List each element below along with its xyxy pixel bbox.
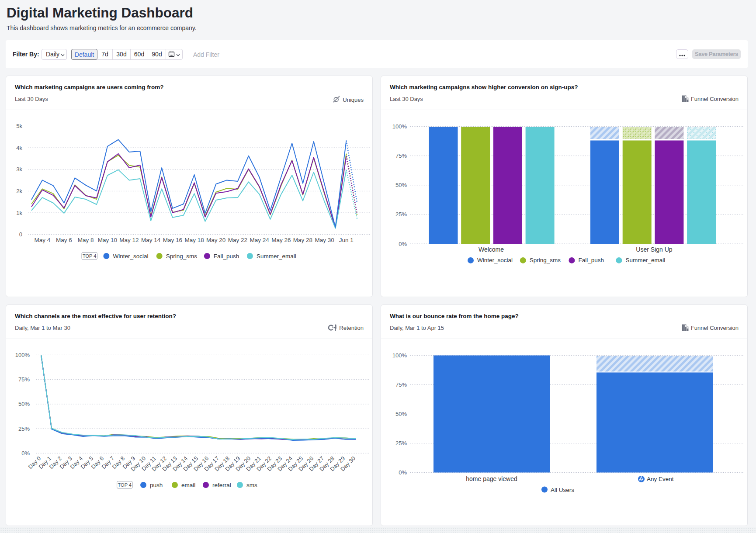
svg-text:Fall_push: Fall_push	[578, 257, 604, 263]
svg-text:Winter_social: Winter_social	[113, 253, 148, 260]
svg-text:Jun 1: Jun 1	[339, 237, 354, 243]
svg-text:push: push	[150, 482, 163, 488]
svg-text:May 10: May 10	[98, 237, 117, 243]
svg-text:5k: 5k	[16, 123, 22, 129]
svg-text:75%: 75%	[395, 381, 407, 388]
svg-text:25%: 25%	[395, 440, 407, 446]
svg-text:TOP 4: TOP 4	[118, 482, 132, 488]
svg-text:May 22: May 22	[228, 237, 247, 243]
svg-text:0%: 0%	[399, 469, 407, 476]
svg-text:May 30: May 30	[315, 237, 334, 243]
svg-text:75%: 75%	[395, 152, 407, 159]
svg-text:Summer_email: Summer_email	[625, 257, 665, 263]
svg-text:referral: referral	[212, 482, 231, 488]
svg-text:May 28: May 28	[293, 237, 312, 243]
svg-text:Welcome: Welcome	[479, 246, 504, 253]
svg-text:May 26: May 26	[271, 237, 291, 243]
svg-text:25%: 25%	[18, 426, 30, 432]
svg-text:Spring_sms: Spring_sms	[530, 257, 561, 263]
svg-text:50%: 50%	[18, 401, 30, 407]
svg-text:0: 0	[19, 231, 22, 238]
svg-text:4k: 4k	[16, 145, 22, 151]
svg-text:100%: 100%	[15, 352, 30, 358]
svg-text:May 8: May 8	[78, 237, 94, 243]
svg-text:All Users: All Users	[551, 487, 574, 493]
svg-text:100%: 100%	[392, 352, 407, 359]
svg-text:home page viewed: home page viewed	[466, 475, 517, 482]
svg-text:May 20: May 20	[206, 237, 225, 243]
svg-text:0%: 0%	[399, 241, 407, 247]
svg-text:TOP 4: TOP 4	[83, 253, 96, 259]
svg-text:Spring_sms: Spring_sms	[166, 253, 198, 260]
svg-text:User Sign Up: User Sign Up	[636, 246, 672, 253]
svg-text:50%: 50%	[395, 411, 407, 417]
svg-text:Fall_push: Fall_push	[214, 253, 239, 260]
svg-text:1k: 1k	[16, 210, 22, 216]
svg-text:100%: 100%	[392, 123, 407, 130]
svg-text:May 18: May 18	[184, 237, 204, 243]
svg-text:75%: 75%	[18, 376, 30, 383]
svg-text:Any Event: Any Event	[647, 476, 674, 482]
svg-text:3k: 3k	[16, 166, 22, 173]
svg-text:May 6: May 6	[56, 237, 72, 243]
svg-text:May 12: May 12	[119, 237, 139, 243]
svg-text:Summer_email: Summer_email	[257, 253, 296, 260]
svg-text:Winter_social: Winter_social	[477, 257, 513, 263]
svg-text:50%: 50%	[395, 182, 407, 188]
svg-text:May 4: May 4	[34, 237, 50, 243]
svg-text:25%: 25%	[395, 211, 407, 218]
svg-text:May 14: May 14	[141, 237, 161, 243]
svg-text:email: email	[181, 482, 195, 488]
svg-text:2k: 2k	[16, 188, 22, 194]
svg-text:sms: sms	[246, 482, 257, 488]
svg-text:May 16: May 16	[163, 237, 182, 243]
svg-text:0%: 0%	[21, 450, 30, 457]
svg-text:May 24: May 24	[250, 237, 269, 243]
